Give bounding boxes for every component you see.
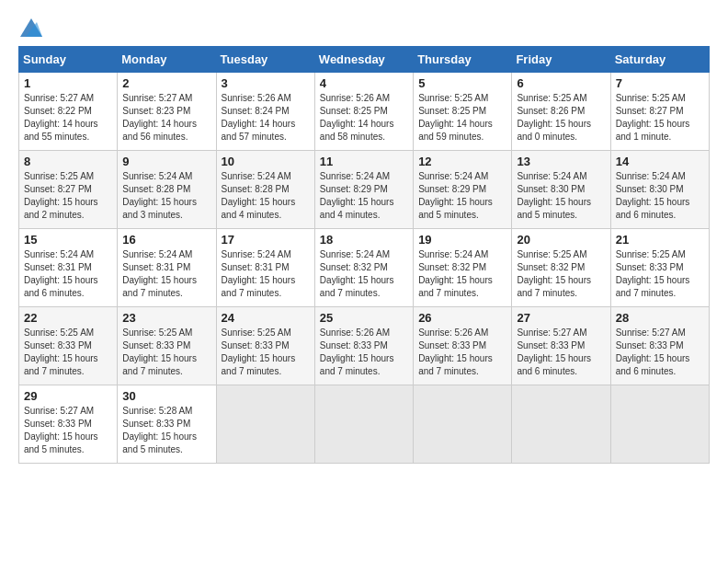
calendar-cell-3: 3 Sunrise: 5:26 AM Sunset: 8:24 PM Dayli… xyxy=(216,73,314,151)
sunrise-label: Sunrise: 5:25 AM xyxy=(222,327,291,338)
day-number: 16 xyxy=(122,233,210,247)
calendar-cell-13: 13 Sunrise: 5:24 AM Sunset: 8:30 PM Dayl… xyxy=(512,151,610,229)
day-info: Sunrise: 5:24 AM Sunset: 8:28 PM Dayligh… xyxy=(122,170,210,222)
calendar-week-4: 22 Sunrise: 5:25 AM Sunset: 8:33 PM Dayl… xyxy=(19,307,710,385)
daylight-label: Daylight: 15 hours and 7 minutes. xyxy=(517,275,591,298)
calendar-cell-28: 28 Sunrise: 5:27 AM Sunset: 8:33 PM Dayl… xyxy=(610,307,709,385)
day-info: Sunrise: 5:25 AM Sunset: 8:33 PM Dayligh… xyxy=(222,327,310,378)
sunrise-label: Sunrise: 5:25 AM xyxy=(122,327,192,338)
sunrise-label: Sunrise: 5:24 AM xyxy=(222,171,291,181)
day-number: 12 xyxy=(418,155,506,168)
sunset-label: Sunset: 8:33 PM xyxy=(222,340,290,350)
sunrise-label: Sunrise: 5:24 AM xyxy=(24,249,94,259)
sunset-label: Sunset: 8:27 PM xyxy=(616,106,684,116)
sunset-label: Sunset: 8:32 PM xyxy=(418,262,486,272)
calendar-cell-12: 12 Sunrise: 5:24 AM Sunset: 8:29 PM Dayl… xyxy=(414,151,512,229)
day-info: Sunrise: 5:24 AM Sunset: 8:28 PM Dayligh… xyxy=(222,170,310,222)
day-info: Sunrise: 5:24 AM Sunset: 8:31 PM Dayligh… xyxy=(24,248,112,300)
daylight-label: Daylight: 15 hours and 4 minutes. xyxy=(222,197,296,220)
daylight-label: Daylight: 15 hours and 6 minutes. xyxy=(616,353,690,376)
day-info: Sunrise: 5:25 AM Sunset: 8:27 PM Dayligh… xyxy=(24,170,112,222)
sunrise-label: Sunrise: 5:27 AM xyxy=(24,406,94,416)
sunset-label: Sunset: 8:33 PM xyxy=(122,340,190,350)
calendar-cell-empty xyxy=(314,385,413,464)
calendar-cell-14: 14 Sunrise: 5:24 AM Sunset: 8:30 PM Dayl… xyxy=(610,151,709,229)
day-info: Sunrise: 5:24 AM Sunset: 8:29 PM Dayligh… xyxy=(320,170,408,222)
sunset-label: Sunset: 8:30 PM xyxy=(517,184,585,194)
day-info: Sunrise: 5:27 AM Sunset: 8:33 PM Dayligh… xyxy=(616,327,704,378)
day-number: 24 xyxy=(222,311,310,325)
sunrise-label: Sunrise: 5:27 AM xyxy=(517,327,586,338)
day-info: Sunrise: 5:24 AM Sunset: 8:30 PM Dayligh… xyxy=(517,170,605,222)
sunrise-label: Sunrise: 5:25 AM xyxy=(24,327,94,338)
sunset-label: Sunset: 8:33 PM xyxy=(122,419,190,429)
day-number: 11 xyxy=(320,155,408,168)
daylight-label: Daylight: 15 hours and 5 minutes. xyxy=(122,431,197,454)
calendar-cell-1: 1 Sunrise: 5:27 AM Sunset: 8:22 PM Dayli… xyxy=(19,73,118,151)
calendar-cell-empty xyxy=(414,385,512,464)
daylight-label: Daylight: 15 hours and 7 minutes. xyxy=(320,275,394,298)
day-info: Sunrise: 5:24 AM Sunset: 8:31 PM Dayligh… xyxy=(122,248,210,300)
daylight-label: Daylight: 15 hours and 0 minutes. xyxy=(517,119,591,142)
sunset-label: Sunset: 8:33 PM xyxy=(24,419,92,429)
daylight-label: Daylight: 15 hours and 7 minutes. xyxy=(320,353,394,376)
daylight-label: Daylight: 15 hours and 1 minute. xyxy=(616,119,690,142)
sunset-label: Sunset: 8:33 PM xyxy=(418,340,486,350)
sunrise-label: Sunrise: 5:26 AM xyxy=(222,93,291,103)
calendar-cell-11: 11 Sunrise: 5:24 AM Sunset: 8:29 PM Dayl… xyxy=(314,151,413,229)
sunrise-label: Sunrise: 5:27 AM xyxy=(616,327,686,338)
day-info: Sunrise: 5:24 AM Sunset: 8:31 PM Dayligh… xyxy=(222,248,310,300)
day-info: Sunrise: 5:25 AM Sunset: 8:33 PM Dayligh… xyxy=(122,327,210,378)
day-number: 4 xyxy=(320,76,408,90)
daylight-label: Daylight: 14 hours and 55 minutes. xyxy=(24,119,98,142)
day-number: 29 xyxy=(24,389,112,403)
day-number: 23 xyxy=(122,311,210,325)
day-number: 20 xyxy=(517,233,605,247)
calendar-table: SundayMondayTuesdayWednesdayThursdayFrid… xyxy=(18,46,710,464)
day-info: Sunrise: 5:28 AM Sunset: 8:33 PM Dayligh… xyxy=(122,405,210,456)
sunset-label: Sunset: 8:26 PM xyxy=(517,106,585,116)
calendar-cell-26: 26 Sunrise: 5:26 AM Sunset: 8:33 PM Dayl… xyxy=(414,307,512,385)
calendar-cell-15: 15 Sunrise: 5:24 AM Sunset: 8:31 PM Dayl… xyxy=(19,229,118,307)
sunrise-label: Sunrise: 5:26 AM xyxy=(320,327,390,338)
header-saturday: Saturday xyxy=(610,47,709,73)
daylight-label: Daylight: 15 hours and 7 minutes. xyxy=(616,275,690,298)
sunset-label: Sunset: 8:33 PM xyxy=(517,340,585,350)
sunrise-label: Sunrise: 5:24 AM xyxy=(418,249,488,259)
sunset-label: Sunset: 8:29 PM xyxy=(418,184,486,194)
day-info: Sunrise: 5:27 AM Sunset: 8:33 PM Dayligh… xyxy=(24,405,112,456)
sunrise-label: Sunrise: 5:24 AM xyxy=(517,171,586,181)
sunset-label: Sunset: 8:31 PM xyxy=(24,262,92,272)
header-sunday: Sunday xyxy=(19,47,118,73)
calendar-cell-29: 29 Sunrise: 5:27 AM Sunset: 8:33 PM Dayl… xyxy=(19,385,118,464)
sunset-label: Sunset: 8:28 PM xyxy=(122,184,190,194)
daylight-label: Daylight: 14 hours and 56 minutes. xyxy=(122,119,197,142)
sunset-label: Sunset: 8:32 PM xyxy=(320,262,388,272)
daylight-label: Daylight: 15 hours and 6 minutes. xyxy=(24,275,98,298)
daylight-label: Daylight: 15 hours and 7 minutes. xyxy=(418,275,493,298)
day-number: 26 xyxy=(418,311,506,325)
sunrise-label: Sunrise: 5:27 AM xyxy=(122,93,192,103)
day-info: Sunrise: 5:25 AM Sunset: 8:27 PM Dayligh… xyxy=(616,92,704,144)
day-number: 2 xyxy=(122,76,210,90)
sunset-label: Sunset: 8:33 PM xyxy=(616,340,684,350)
header-monday: Monday xyxy=(118,47,216,73)
sunset-label: Sunset: 8:33 PM xyxy=(320,340,388,350)
daylight-label: Daylight: 15 hours and 5 minutes. xyxy=(418,197,493,220)
day-number: 5 xyxy=(418,76,506,90)
calendar-cell-7: 7 Sunrise: 5:25 AM Sunset: 8:27 PM Dayli… xyxy=(610,73,709,151)
sunset-label: Sunset: 8:24 PM xyxy=(222,106,290,116)
day-info: Sunrise: 5:25 AM Sunset: 8:25 PM Dayligh… xyxy=(418,92,506,144)
calendar-header-row: SundayMondayTuesdayWednesdayThursdayFrid… xyxy=(19,47,710,73)
sunrise-label: Sunrise: 5:24 AM xyxy=(122,171,192,181)
header-wednesday: Wednesday xyxy=(314,47,413,73)
day-number: 3 xyxy=(222,76,310,90)
sunrise-label: Sunrise: 5:28 AM xyxy=(122,406,192,416)
day-info: Sunrise: 5:24 AM Sunset: 8:32 PM Dayligh… xyxy=(320,248,408,300)
sunset-label: Sunset: 8:23 PM xyxy=(122,106,190,116)
sunrise-label: Sunrise: 5:25 AM xyxy=(517,249,586,259)
sunrise-label: Sunrise: 5:25 AM xyxy=(517,93,586,103)
daylight-label: Daylight: 15 hours and 2 minutes. xyxy=(24,197,98,220)
daylight-label: Daylight: 14 hours and 57 minutes. xyxy=(222,119,296,142)
day-number: 27 xyxy=(517,311,605,325)
